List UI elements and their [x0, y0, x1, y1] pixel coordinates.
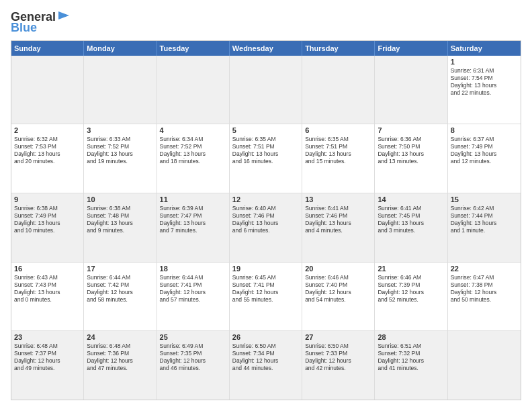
day-cell-27: 27Sunrise: 6:50 AM Sunset: 7:33 PM Dayli… [302, 331, 375, 400]
day-cell-15: 15Sunrise: 6:42 AM Sunset: 7:44 PM Dayli… [448, 193, 521, 262]
day-info: Sunrise: 6:38 AM Sunset: 7:48 PM Dayligh… [87, 205, 153, 234]
empty-cell-0-0 [11, 56, 84, 124]
day-cell-26: 26Sunrise: 6:50 AM Sunset: 7:34 PM Dayli… [230, 331, 302, 400]
day-info: Sunrise: 6:50 AM Sunset: 7:34 PM Dayligh… [232, 342, 299, 372]
day-info: Sunrise: 6:47 AM Sunset: 7:38 PM Dayligh… [451, 274, 518, 304]
day-number: 27 [305, 333, 371, 341]
day-number: 4 [160, 126, 226, 134]
weekday-header-friday: Friday [375, 41, 447, 56]
day-number: 5 [232, 126, 299, 134]
empty-cell-0-5 [375, 56, 447, 124]
svg-marker-0 [58, 11, 69, 19]
day-info: Sunrise: 6:51 AM Sunset: 7:32 PM Dayligh… [378, 342, 444, 372]
day-info: Sunrise: 6:44 AM Sunset: 7:42 PM Dayligh… [87, 274, 153, 304]
day-info: Sunrise: 6:40 AM Sunset: 7:46 PM Dayligh… [232, 205, 299, 234]
day-info: Sunrise: 6:43 AM Sunset: 7:43 PM Dayligh… [14, 274, 81, 304]
day-info: Sunrise: 6:34 AM Sunset: 7:52 PM Dayligh… [160, 136, 226, 165]
day-info: Sunrise: 6:46 AM Sunset: 7:40 PM Dayligh… [305, 274, 371, 304]
day-cell-20: 20Sunrise: 6:46 AM Sunset: 7:40 PM Dayli… [302, 263, 375, 331]
day-number: 7 [378, 126, 444, 134]
day-number: 16 [14, 265, 81, 273]
day-number: 25 [160, 333, 226, 341]
logo-flag-icon [57, 10, 72, 22]
day-info: Sunrise: 6:39 AM Sunset: 7:47 PM Dayligh… [160, 205, 226, 234]
empty-cell-0-1 [84, 56, 157, 124]
calendar-row-1: 1Sunrise: 6:31 AM Sunset: 7:54 PM Daylig… [11, 56, 521, 124]
day-info: Sunrise: 6:44 AM Sunset: 7:41 PM Dayligh… [160, 274, 226, 304]
day-number: 24 [87, 333, 153, 341]
day-info: Sunrise: 6:41 AM Sunset: 7:45 PM Dayligh… [378, 205, 444, 234]
calendar-row-3: 9Sunrise: 6:38 AM Sunset: 7:49 PM Daylig… [11, 193, 521, 262]
logo-text: General Blue [11, 11, 72, 35]
empty-cell-0-4 [302, 56, 375, 124]
empty-cell-4-6 [448, 331, 521, 400]
day-cell-11: 11Sunrise: 6:39 AM Sunset: 7:47 PM Dayli… [157, 193, 230, 262]
day-cell-4: 4Sunrise: 6:34 AM Sunset: 7:52 PM Daylig… [157, 124, 230, 193]
day-number: 12 [232, 195, 299, 203]
weekday-header-thursday: Thursday [302, 41, 375, 56]
day-info: Sunrise: 6:35 AM Sunset: 7:51 PM Dayligh… [232, 136, 299, 165]
day-number: 8 [451, 126, 518, 134]
day-number: 9 [14, 195, 81, 203]
day-cell-2: 2Sunrise: 6:32 AM Sunset: 7:53 PM Daylig… [11, 124, 84, 193]
day-cell-6: 6Sunrise: 6:35 AM Sunset: 7:51 PM Daylig… [302, 124, 375, 193]
day-info: Sunrise: 6:46 AM Sunset: 7:39 PM Dayligh… [378, 274, 444, 304]
day-cell-1: 1Sunrise: 6:31 AM Sunset: 7:54 PM Daylig… [448, 56, 521, 124]
day-info: Sunrise: 6:33 AM Sunset: 7:52 PM Dayligh… [87, 136, 153, 165]
day-number: 23 [14, 333, 81, 341]
day-info: Sunrise: 6:45 AM Sunset: 7:41 PM Dayligh… [232, 274, 299, 304]
day-number: 15 [451, 195, 518, 203]
day-number: 3 [87, 126, 153, 134]
day-number: 20 [305, 265, 371, 273]
day-number: 17 [87, 265, 153, 273]
day-cell-22: 22Sunrise: 6:47 AM Sunset: 7:38 PM Dayli… [448, 263, 521, 331]
day-info: Sunrise: 6:37 AM Sunset: 7:49 PM Dayligh… [451, 136, 518, 165]
day-number: 11 [160, 195, 226, 203]
day-cell-7: 7Sunrise: 6:36 AM Sunset: 7:50 PM Daylig… [375, 124, 447, 193]
day-cell-17: 17Sunrise: 6:44 AM Sunset: 7:42 PM Dayli… [84, 263, 157, 331]
day-number: 13 [305, 195, 371, 203]
day-cell-24: 24Sunrise: 6:48 AM Sunset: 7:36 PM Dayli… [84, 331, 157, 400]
day-number: 18 [160, 265, 226, 273]
calendar-body: 1Sunrise: 6:31 AM Sunset: 7:54 PM Daylig… [11, 56, 521, 400]
day-info: Sunrise: 6:48 AM Sunset: 7:37 PM Dayligh… [14, 342, 81, 372]
day-cell-10: 10Sunrise: 6:38 AM Sunset: 7:48 PM Dayli… [84, 193, 157, 262]
day-number: 21 [378, 265, 444, 273]
day-cell-23: 23Sunrise: 6:48 AM Sunset: 7:37 PM Dayli… [11, 331, 84, 400]
day-info: Sunrise: 6:41 AM Sunset: 7:46 PM Dayligh… [305, 205, 371, 234]
day-info: Sunrise: 6:49 AM Sunset: 7:35 PM Dayligh… [160, 342, 226, 372]
day-number: 19 [232, 265, 299, 273]
day-number: 2 [14, 126, 81, 134]
day-cell-12: 12Sunrise: 6:40 AM Sunset: 7:46 PM Dayli… [230, 193, 302, 262]
day-info: Sunrise: 6:50 AM Sunset: 7:33 PM Dayligh… [305, 342, 371, 372]
day-cell-8: 8Sunrise: 6:37 AM Sunset: 7:49 PM Daylig… [448, 124, 521, 193]
day-cell-14: 14Sunrise: 6:41 AM Sunset: 7:45 PM Dayli… [375, 193, 447, 262]
weekday-header-tuesday: Tuesday [157, 41, 230, 56]
calendar-row-2: 2Sunrise: 6:32 AM Sunset: 7:53 PM Daylig… [11, 124, 521, 193]
day-info: Sunrise: 6:42 AM Sunset: 7:44 PM Dayligh… [451, 205, 518, 234]
empty-cell-0-3 [230, 56, 302, 124]
header: General Blue [11, 11, 521, 35]
weekday-header-saturday: Saturday [448, 41, 521, 56]
day-number: 26 [232, 333, 299, 341]
day-cell-21: 21Sunrise: 6:46 AM Sunset: 7:39 PM Dayli… [375, 263, 447, 331]
day-number: 14 [378, 195, 444, 203]
day-number: 22 [451, 265, 518, 273]
day-cell-3: 3Sunrise: 6:33 AM Sunset: 7:52 PM Daylig… [84, 124, 157, 193]
weekday-header-wednesday: Wednesday [230, 41, 302, 56]
day-number: 28 [378, 333, 444, 341]
empty-cell-0-2 [157, 56, 230, 124]
day-cell-28: 28Sunrise: 6:51 AM Sunset: 7:32 PM Dayli… [375, 331, 447, 400]
day-number: 10 [87, 195, 153, 203]
day-info: Sunrise: 6:35 AM Sunset: 7:51 PM Dayligh… [305, 136, 371, 165]
day-cell-18: 18Sunrise: 6:44 AM Sunset: 7:41 PM Dayli… [157, 263, 230, 331]
weekday-header-sunday: Sunday [11, 41, 84, 56]
calendar-row-4: 16Sunrise: 6:43 AM Sunset: 7:43 PM Dayli… [11, 262, 521, 331]
day-info: Sunrise: 6:32 AM Sunset: 7:53 PM Dayligh… [14, 136, 81, 165]
weekday-header-monday: Monday [84, 41, 157, 56]
day-info: Sunrise: 6:36 AM Sunset: 7:50 PM Dayligh… [378, 136, 444, 165]
day-number: 6 [305, 126, 371, 134]
calendar-header: SundayMondayTuesdayWednesdayThursdayFrid… [11, 41, 521, 56]
calendar: SundayMondayTuesdayWednesdayThursdayFrid… [11, 40, 521, 400]
day-info: Sunrise: 6:31 AM Sunset: 7:54 PM Dayligh… [451, 67, 518, 97]
